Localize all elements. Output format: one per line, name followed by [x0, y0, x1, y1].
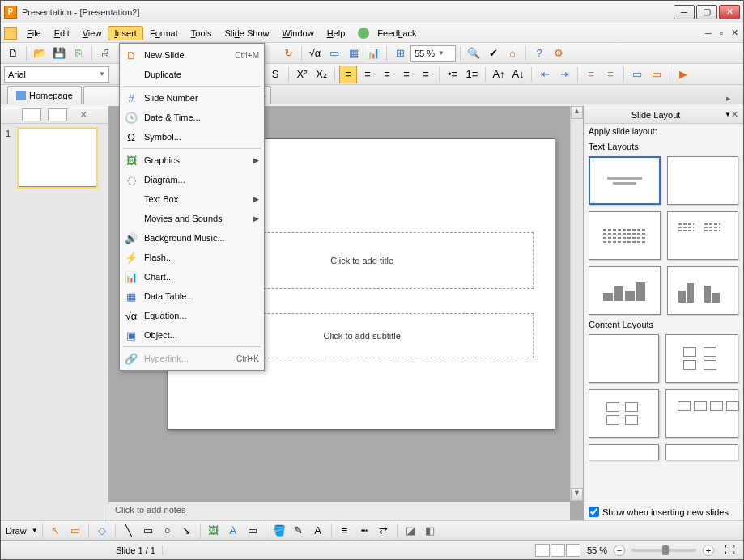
maximize-button[interactable]: ▢ [696, 5, 717, 19]
design-button[interactable]: ▭ [648, 66, 665, 83]
menu-flash[interactable]: ⚡Flash... [120, 248, 264, 267]
increase-indent-button[interactable]: ≡ [602, 66, 619, 83]
new-button[interactable]: 🗋 [4, 45, 22, 62]
fit-button[interactable]: ⛶ [721, 541, 738, 559]
notes-pane[interactable]: Click to add notes [108, 501, 570, 520]
autoshapes-button[interactable]: ◇ [93, 522, 111, 540]
indent-button[interactable]: ⇥ [555, 66, 573, 83]
open-button[interactable]: 📂 [31, 45, 49, 62]
chart-ins-button[interactable]: 📊 [364, 45, 382, 62]
arrow-button[interactable]: ↘ [178, 522, 196, 540]
decrease-font-button[interactable]: A↓ [509, 66, 527, 83]
zoom-combo[interactable]: 55 %▼ [410, 45, 456, 62]
layout-thumb[interactable] [589, 266, 661, 315]
layout-thumb[interactable] [589, 211, 661, 260]
close-button[interactable]: ✕ [719, 5, 740, 19]
arrow-style-button[interactable]: ⇄ [375, 522, 393, 540]
menu-file[interactable]: File [20, 26, 48, 40]
layout-ins-button[interactable]: ▭ [628, 66, 646, 83]
table-button[interactable]: ▦ [345, 45, 363, 62]
zoom-in-button[interactable]: + [703, 545, 714, 556]
subscript-button[interactable]: X₂ [312, 66, 330, 83]
layout-thumb[interactable] [665, 334, 738, 383]
menu-movies-sounds[interactable]: Movies and Sounds▶ [120, 209, 264, 228]
menu-slide-number[interactable]: #Slide Number [120, 88, 264, 108]
layout-thumb[interactable] [665, 389, 738, 438]
menu-new-slide[interactable]: 🗋New SlideCtrl+M [120, 45, 264, 65]
decrease-indent-button[interactable]: ≡ [582, 66, 600, 83]
zoom-handle[interactable] [662, 545, 669, 555]
minimize-button[interactable]: ─ [674, 5, 695, 19]
layout-thumb[interactable] [589, 444, 659, 460]
menu-help[interactable]: Help [321, 26, 352, 40]
layout-thumb[interactable] [589, 334, 659, 383]
align-center-button[interactable]: ≡ [359, 66, 376, 83]
line-button[interactable]: ╲ [120, 522, 138, 540]
layout-thumb[interactable] [667, 156, 739, 205]
menu-insert[interactable]: Insert [108, 26, 143, 40]
select-objects-button[interactable]: ▭ [66, 522, 84, 540]
menu-chart[interactable]: 📊Chart... [120, 267, 264, 286]
font-color-button[interactable]: A [309, 522, 327, 540]
layout-scroll[interactable]: Text Layouts Content Layouts [584, 138, 743, 503]
shadow-button[interactable]: ◪ [402, 522, 419, 540]
panel-close-icon[interactable]: ✕ [80, 110, 87, 119]
home-button[interactable]: ⌂ [504, 45, 521, 62]
line-color-button[interactable]: ✎ [290, 522, 308, 540]
textbox2-button[interactable]: ▭ [244, 522, 261, 540]
menu-object[interactable]: ▣Object... [120, 325, 264, 345]
slides-tab[interactable] [22, 108, 41, 121]
tab-scroll-right[interactable]: ▸ [721, 93, 737, 104]
shapes-button[interactable]: ▭ [325, 45, 343, 62]
chevron-down-icon[interactable]: ▼ [725, 111, 731, 118]
menu-view[interactable]: View [76, 26, 108, 40]
select-button[interactable]: ↖ [47, 522, 65, 540]
panel-close-icon[interactable]: ✕ [731, 109, 738, 120]
menu-date-time[interactable]: 🕓Date & Time... [120, 108, 264, 127]
outdent-button[interactable]: ⇤ [536, 66, 554, 83]
menu-format[interactable]: Format [143, 26, 185, 40]
grid-button[interactable]: ⊞ [391, 45, 409, 62]
help-button[interactable]: ? [530, 45, 548, 62]
mdi-minimize[interactable]: ─ [703, 28, 714, 39]
align-left-button[interactable]: ≡ [339, 66, 357, 83]
menu-feedback[interactable]: Feedback [371, 26, 423, 40]
scroll-up-icon[interactable]: ▲ [571, 106, 583, 119]
dash-style-button[interactable]: ┅ [355, 522, 373, 540]
numbering-button[interactable]: 1≡ [463, 66, 481, 83]
find-button[interactable]: 🔍 [465, 45, 483, 62]
settings-button[interactable]: ⚙ [550, 45, 568, 62]
textart-button[interactable]: A [224, 522, 242, 540]
menu-slideshow[interactable]: Slide Show [218, 26, 275, 40]
menu-textbox[interactable]: Text Box▶ [120, 189, 264, 209]
menu-tools[interactable]: Tools [185, 26, 219, 40]
menu-window[interactable]: Window [276, 26, 321, 40]
layout-thumb[interactable] [667, 266, 739, 315]
strike-button[interactable]: S [266, 66, 284, 83]
saveas-button[interactable]: ⎘ [70, 45, 87, 62]
mdi-close[interactable]: ✕ [729, 28, 740, 39]
redo-button[interactable]: ↻ [279, 45, 297, 62]
print-button[interactable]: 🖨 [96, 45, 114, 62]
bullets-button[interactable]: •≡ [444, 66, 461, 83]
spellcheck-button[interactable]: ✔ [484, 45, 502, 62]
line-style-button[interactable]: ≡ [336, 522, 354, 540]
save-button[interactable]: 💾 [50, 45, 68, 62]
rectangle-button[interactable]: ▭ [139, 522, 157, 540]
layout-thumb[interactable] [589, 156, 661, 205]
menu-data-table[interactable]: ▦Data Table... [120, 286, 264, 306]
menu-background-music[interactable]: 🔊Background Music... [120, 228, 264, 248]
vertical-scrollbar[interactable]: ▲ ▼ [570, 106, 583, 501]
mdi-restore[interactable]: ▫ [716, 28, 727, 39]
3d-button[interactable]: ◧ [421, 522, 439, 540]
menu-graphics[interactable]: 🖼Graphics▶ [120, 151, 264, 170]
superscript-button[interactable]: X² [293, 66, 311, 83]
slide-thumbnail[interactable] [19, 129, 96, 187]
menu-equation[interactable]: √αEquation... [120, 306, 264, 325]
slideshow-view-button[interactable] [566, 544, 580, 557]
show-when-inserting-checkbox[interactable] [589, 507, 599, 517]
fill-color-button[interactable]: 🪣 [270, 522, 288, 540]
layout-thumb[interactable] [665, 444, 738, 460]
layout-thumb[interactable] [589, 389, 659, 438]
menu-symbol[interactable]: ΩSymbol... [120, 127, 264, 146]
